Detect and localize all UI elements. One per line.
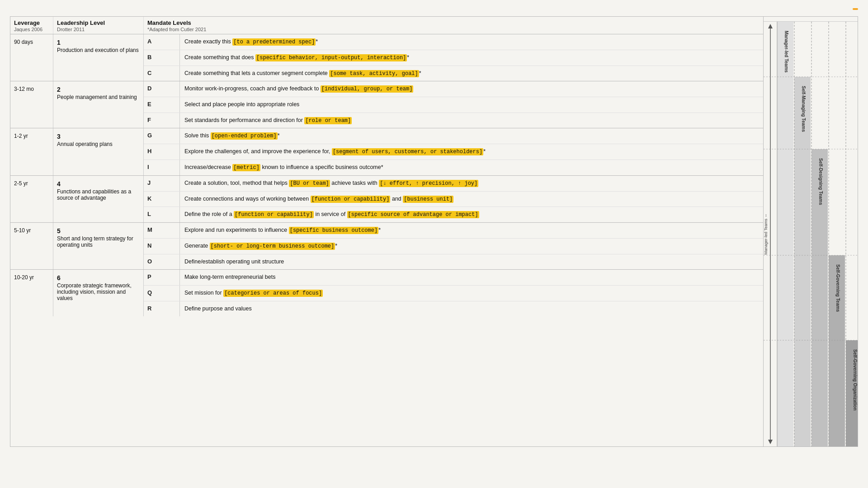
mandate-text-I: Increase/decrease [metric] known to infl… [180,160,763,175]
svg-text:Manager-led Teams ↔: Manager-led Teams ↔ [764,214,768,255]
cell-leverage-0: 90 days [10,34,53,81]
svg-rect-0 [777,22,793,446]
mandate-area-1: DMonitor work-in-progress, coach and giv… [144,81,763,128]
auth-label-1: Self-Designing Teams [818,158,823,205]
level-desc-5: Corporate strategic framework, including… [57,282,140,301]
level-num-1: 2 [57,86,140,93]
th-mandate: Mandate Levels *Adapted from Cutler 2021 [144,17,763,34]
highlight-G: [open-ended problem] [211,132,278,140]
mandate-text-E: Select and place people into appropriate… [180,97,763,113]
mandate-row-1-2: FSet standards for performance and direc… [144,113,763,128]
mandate-text-F: Set standards for performance and direct… [180,113,763,128]
logo-fyi [853,8,858,10]
mandate-letter-F: F [144,113,180,128]
level-num-3: 4 [57,180,140,188]
mandate-letter-K: K [144,192,180,207]
mandate-row-5-2: RDefine purpose and values [144,301,763,317]
mandate-letter-B: B [144,50,180,66]
mandate-letter-C: C [144,66,180,81]
highlight-L: [function or capability] [234,211,314,218]
mandate-row-0-2: CCreate something that lets a customer s… [144,66,763,81]
mandate-area-5: PMake long-term entrepreneurial betsQSet… [144,270,763,316]
mandate-text-O: Define/establish operating unit structur… [180,254,763,270]
level-num-5: 6 [57,274,140,282]
mandate-text-K: Create connections and ways of working b… [180,192,763,207]
mandate-row-4-0: MExplore and run experiments to influenc… [144,223,763,239]
auth-matrix: Manager-led Teams ↔Self-Managing TeamsSe… [764,22,858,446]
th-leverage-title: Leverage [14,19,49,26]
mandate-text-A: Create exactly this [to a predetermined … [180,34,763,50]
highlight-J: [↓ effort, ↑ precision, ↑ joy] [379,180,478,187]
cell-level-3: 4Functions and capabilities as a source … [53,176,144,222]
th-leverage: Leverage Jaques 2006 [10,17,53,34]
logo [852,8,858,10]
cell-level-2: 3Annual operating plans [53,128,144,175]
auth-label-3: Self-Governing Organization [853,349,858,411]
cell-leverage-3: 2-5 yr [10,176,53,222]
mandate-row-3-0: JCreate a solution, tool, method that he… [144,176,763,192]
auth-matrix-svg: Manager-led Teams ↔Self-Managing TeamsSe… [764,22,858,446]
highlight-I: [metric] [232,164,260,171]
mandate-letter-L: L [144,207,180,222]
level-num-4: 5 [57,227,140,235]
cell-leverage-2: 1-2 yr [10,128,53,175]
mandate-text-G: Solve this [open-ended problem]* [180,128,763,144]
th-leadership: Leadership Level Drotter 2011 [53,17,144,34]
th-leadership-title: Leadership Level [57,19,140,26]
mandate-text-J: Create a solution, tool, method that hel… [180,176,763,191]
mandate-row-2-0: GSolve this [open-ended problem]* [144,128,763,144]
level-desc-0: Production and execution of plans [57,47,140,53]
mandate-area-3: JCreate a solution, tool, method that he… [144,176,763,222]
mandate-text-M: Explore and run experiments to influence… [180,223,763,238]
page-container: Leverage Jaques 2006 Leadership Level Dr… [0,0,868,451]
mandate-row-3-1: KCreate connections and ways of working … [144,192,763,207]
mandate-text-P: Make long-term entrepreneurial bets [180,270,763,285]
table-row-group-4: 5-10 yr5Short and long term strategy for… [10,223,763,270]
mandate-letter-Q: Q [144,286,180,301]
mandate-text-L: Define the role of a [function or capabi… [180,207,763,222]
level-desc-4: Short and long term strategy for operati… [57,235,140,248]
highlight-F: [role or team] [304,117,352,124]
authority-section: Manager-led Teams ↔Self-Managing TeamsSe… [763,16,858,447]
mandate-row-5-0: PMake long-term entrepreneurial bets [144,270,763,286]
highlight-C: [some task, activity, goal] [329,70,419,77]
th-leadership-sub: Drotter 2011 [57,27,140,32]
mandate-row-4-2: ODefine/establish operating unit structu… [144,254,763,270]
th-mandate-sub: *Adapted from Cutler 2021 [147,27,760,32]
mandate-row-4-1: NGenerate [short- or long-term business … [144,239,763,254]
mandate-area-4: MExplore and run experiments to influenc… [144,223,763,269]
cell-level-5: 6Corporate strategic framework, includin… [53,270,144,316]
mandate-letter-M: M [144,223,180,238]
level-desc-2: Annual operating plans [57,141,140,147]
mandate-row-2-1: HExplore the challenges of, and improve … [144,144,763,160]
mandate-letter-P: P [144,270,180,285]
level-desc-1: People management and training [57,94,140,100]
level-num-2: 3 [57,133,140,140]
mandate-letter-G: G [144,128,180,144]
table-row-group-3: 2-5 yr4Functions and capabilities as a s… [10,176,763,223]
table-body: 90 days1Production and execution of plan… [10,34,763,316]
level-num-0: 1 [57,39,140,46]
highlight-H: [segment of users, customers, or stakeho… [332,148,483,155]
table-row-group-5: 10-20 yr6Corporate strategic framework, … [10,270,763,316]
table-section: Leverage Jaques 2006 Leadership Level Dr… [10,16,763,447]
auth-label-2: Self-Governing Teams [835,264,840,312]
cell-leverage-1: 3-12 mo [10,81,53,128]
mandate-row-1-0: DMonitor work-in-progress, coach and giv… [144,81,763,97]
mandate-text-B: Create something that does [specific beh… [180,50,763,66]
cell-leverage-4: 5-10 yr [10,223,53,269]
highlight-N: [short- or long-term business outcome] [210,243,335,250]
highlight-B: [specific behavior, input-output, intera… [255,54,407,61]
table-row-group-0: 90 days1Production and execution of plan… [10,34,763,81]
auth-header [764,17,858,22]
highlight-K: [function or capability] [311,196,391,203]
highlight-D: [individual, group, or team] [321,85,414,93]
th-mandate-title: Mandate Levels [147,19,760,26]
level-desc-3: Functions and capabilities as a source o… [57,188,140,201]
table-row-group-2: 1-2 yr3Annual operating plansGSolve this… [10,128,763,175]
highlight-Q: [categories or areas of focus] [223,290,323,297]
cell-level-1: 2People management and training [53,81,144,128]
auth-label-0: Manager-led Teams [784,31,789,73]
mandate-letter-I: I [144,160,180,175]
mandate-area-0: ACreate exactly this [to a predetermined… [144,34,763,81]
